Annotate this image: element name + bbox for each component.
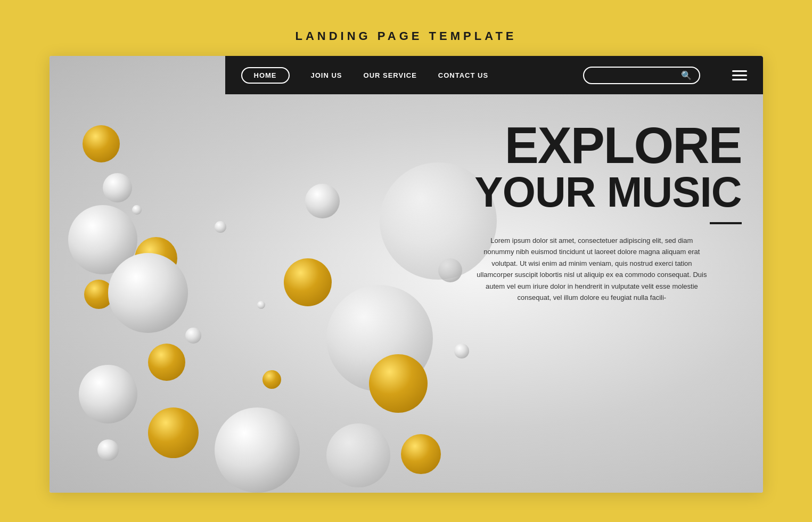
hero-divider xyxy=(710,222,742,224)
nav-our-service[interactable]: OUR SERVICE xyxy=(364,71,417,79)
menu-icon[interactable] xyxy=(732,70,747,80)
search-icon: 🔍 xyxy=(681,70,692,80)
search-bar[interactable]: 🔍 xyxy=(583,67,700,84)
sphere-white-1 xyxy=(132,205,142,215)
sphere-gold-6 xyxy=(284,258,332,306)
sphere-white-5 xyxy=(185,328,201,344)
navbar: HOME JOIN US OUR SERVICE CONTACT US 🔍 xyxy=(225,56,763,94)
page-outer-title: LANDING PAGE TEMPLATE xyxy=(295,29,516,43)
sphere-white-8 xyxy=(215,407,300,493)
sphere-white-15 xyxy=(326,423,390,487)
sphere-gold-1 xyxy=(83,125,120,162)
nav-home-button[interactable]: HOME xyxy=(241,67,290,84)
nav-join-us[interactable]: JOIN US xyxy=(311,71,342,79)
landing-card: HOME JOIN US OUR SERVICE CONTACT US 🔍 xyxy=(50,56,763,493)
sphere-white-4 xyxy=(108,253,188,333)
hero-description: Lorem ipsum dolor sit amet, consectetuer… xyxy=(474,235,709,304)
sphere-gold-5 xyxy=(148,407,199,458)
menu-bar-1 xyxy=(732,70,747,72)
menu-bar-2 xyxy=(732,75,747,76)
hero-title-explore: EXPLORE xyxy=(474,120,741,171)
sphere-white-2 xyxy=(103,173,132,202)
sphere-white-14 xyxy=(454,344,469,358)
sphere-white-9 xyxy=(305,184,340,218)
nav-contact-us[interactable]: CONTACT US xyxy=(438,71,488,79)
sphere-gold-7 xyxy=(263,370,281,389)
hero-title-your-music: YOUR MUSIC xyxy=(474,171,741,214)
sphere-white-6 xyxy=(79,365,137,423)
sphere-white-7 xyxy=(97,439,119,461)
search-input[interactable] xyxy=(592,71,681,79)
sphere-white-12 xyxy=(215,221,226,233)
sphere-white-16 xyxy=(257,301,265,309)
sphere-gold-4 xyxy=(148,344,185,381)
menu-bar-3 xyxy=(732,79,747,80)
hero-content: EXPLORE YOUR MUSIC Lorem ipsum dolor sit… xyxy=(474,120,741,304)
sphere-gold-8 xyxy=(369,354,428,413)
sphere-gold-9 xyxy=(401,434,441,474)
